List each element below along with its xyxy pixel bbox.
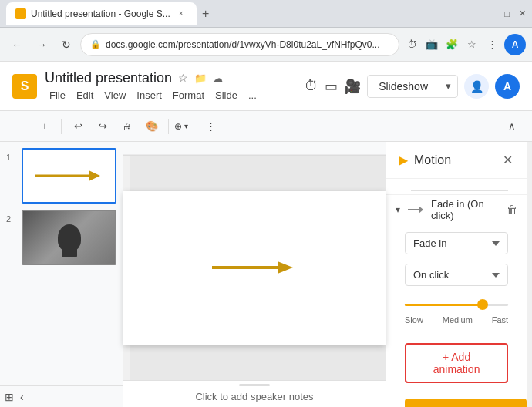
- speed-line: [405, 304, 508, 306]
- motion-panel: ▶ Motion ✕ ▾ Fade in (On click) 🗑: [386, 142, 527, 407]
- zoom-selector[interactable]: ⊕ ▾: [174, 121, 188, 132]
- collapse-toolbar-button[interactable]: ∧: [501, 116, 523, 137]
- slideshow-dropdown-button[interactable]: ▾: [439, 76, 457, 96]
- menu-format[interactable]: Format: [168, 88, 209, 103]
- slide-thumbnail-1[interactable]: 1 🔖: [6, 148, 116, 204]
- close-motion-panel-button[interactable]: ✕: [501, 151, 514, 169]
- add-animation-button[interactable]: + Add animation: [405, 343, 508, 383]
- minimize-icon[interactable]: —: [487, 9, 495, 18]
- svg-marker-1: [89, 170, 100, 181]
- history-icon[interactable]: ⏱: [402, 35, 421, 54]
- speed-fill: [405, 304, 483, 306]
- nav-bar: ← → ↻ 🔒 docs.google.com/presentation/d/1…: [0, 28, 532, 62]
- slide-number-1: 1: [6, 153, 17, 162]
- print-button[interactable]: 🖨: [116, 116, 138, 137]
- back-button[interactable]: ←: [6, 34, 28, 56]
- canvas-area: Click to add speaker notes: [123, 142, 386, 407]
- motion-panel-title: Motion: [414, 153, 495, 167]
- menu-file[interactable]: File: [45, 88, 70, 103]
- menu-view[interactable]: View: [99, 88, 130, 103]
- collapse-arrow-icon: ▾: [396, 204, 400, 215]
- cast-icon[interactable]: 📺: [423, 35, 441, 54]
- undo-button[interactable]: ↩: [67, 116, 89, 137]
- presentation-title[interactable]: Untitled presentation: [45, 70, 172, 86]
- person-add-icon: 👤: [470, 80, 483, 92]
- new-tab-button[interactable]: +: [197, 5, 215, 23]
- animation-trigger-select[interactable]: On click After previous With previous: [405, 264, 508, 286]
- window-controls: — □ ✕: [487, 8, 526, 18]
- puzzle-icon[interactable]: 🧩: [443, 35, 461, 54]
- close-icon[interactable]: ✕: [519, 8, 526, 18]
- slideshow-main-button[interactable]: Slideshow: [368, 76, 439, 97]
- section-collapse-button[interactable]: ▾ Fade in (On click) 🗑: [396, 195, 517, 227]
- canvas-scroll-area[interactable]: [123, 156, 386, 380]
- play-button[interactable]: Play: [405, 399, 527, 407]
- zoom-in-button[interactable]: +: [34, 116, 56, 137]
- browser-chrome: Untitled presentation - Google S... × + …: [0, 0, 532, 28]
- menu-dots-icon[interactable]: ⋮: [483, 35, 501, 54]
- speed-thumb[interactable]: [477, 299, 488, 310]
- header-actions: ⏱ ▭ 🎥 Slideshow ▾ 👤 A: [305, 74, 520, 99]
- extension-icons: ⏱ 📺 🧩 ☆ ⋮: [402, 35, 501, 54]
- history-button[interactable]: ⏱: [305, 78, 318, 94]
- redo-button[interactable]: ↪: [92, 116, 113, 137]
- star-icon[interactable]: ☆: [463, 35, 481, 54]
- left-panel-wrapper: 1 🔖 2: [0, 142, 123, 407]
- camera-icon[interactable]: 🎥: [344, 78, 361, 95]
- app-title-area: Untitled presentation ☆ 📁 ☁ File Edit Vi…: [45, 70, 305, 103]
- user-avatar[interactable]: A: [495, 74, 520, 99]
- slide-preview-1[interactable]: 🔖: [22, 148, 116, 204]
- browser-profile-button[interactable]: A: [504, 34, 526, 56]
- right-scrollbar[interactable]: [527, 142, 532, 407]
- url-text: docs.google.com/presentation/d/1vwxyVh-D…: [106, 39, 389, 50]
- lock-icon: 🔒: [90, 39, 101, 49]
- address-bar[interactable]: 🔒 docs.google.com/presentation/d/1vwxyVh…: [80, 33, 399, 56]
- slide-panel-bottom: ⊞ ‹: [0, 385, 123, 407]
- slide-canvas[interactable]: [123, 191, 386, 345]
- menu-insert[interactable]: Insert: [132, 88, 167, 103]
- grid-view-icon[interactable]: ⊞: [5, 391, 14, 403]
- add-animation-wrapper: + Add animation: [386, 343, 527, 383]
- menu-slide[interactable]: Slide: [210, 88, 242, 103]
- slide-preview-2[interactable]: [22, 210, 116, 265]
- zoom-chevron-icon: ▾: [184, 122, 188, 130]
- paint-format-button[interactable]: 🎨: [141, 116, 163, 137]
- speed-slow-label: Slow: [405, 315, 423, 325]
- slide-thumbnail-2[interactable]: 2: [6, 210, 116, 265]
- zoom-icon: ⊕: [174, 121, 182, 132]
- star-favorite-icon[interactable]: ☆: [178, 72, 188, 84]
- animation-type-row: Fade in Fly in from left Fly in from rig…: [396, 227, 517, 259]
- tab-close-button[interactable]: ×: [175, 8, 187, 20]
- menu-more[interactable]: ...: [244, 88, 261, 103]
- forward-button[interactable]: →: [31, 34, 52, 56]
- more-options-button[interactable]: ⋮: [200, 116, 221, 137]
- collapse-panel-icon[interactable]: ‹: [20, 391, 24, 403]
- menu-edit[interactable]: Edit: [72, 88, 98, 103]
- animation-section: ▾ Fade in (On click) 🗑 Fade in Fly in fr…: [386, 195, 527, 337]
- toolbar-separator-1: [61, 119, 62, 134]
- motion-content: ▾ Fade in (On click) 🗑 Fade in Fly in fr…: [386, 179, 527, 407]
- speed-slider-track[interactable]: [405, 297, 508, 312]
- main-area: 1 🔖 2: [0, 142, 532, 407]
- speed-medium-label: Medium: [443, 315, 473, 325]
- motion-panel-header: ▶ Motion ✕: [386, 142, 527, 179]
- browser-tab[interactable]: Untitled presentation - Google S... ×: [6, 2, 197, 25]
- app-logo: S: [12, 74, 37, 99]
- slideshow-button-group: Slideshow ▾: [367, 75, 458, 98]
- refresh-button[interactable]: ↻: [56, 34, 77, 56]
- horizontal-ruler: [123, 142, 386, 156]
- notes-input[interactable]: Click to add speaker notes: [195, 386, 313, 407]
- speed-fast-label: Fast: [492, 315, 508, 325]
- notes-section: Click to add speaker notes: [123, 380, 386, 407]
- canvas-arrow: [204, 254, 305, 281]
- zoom-out-button[interactable]: −: [9, 116, 31, 137]
- present-icon[interactable]: ▭: [325, 78, 338, 95]
- cloud-status-icon: ☁: [213, 72, 223, 84]
- slides-panel: 1 🔖 2: [0, 142, 123, 385]
- maximize-icon[interactable]: □: [504, 9, 510, 18]
- delete-animation-button[interactable]: 🗑: [507, 204, 517, 216]
- animation-type-select[interactable]: Fade in Fly in from left Fly in from rig…: [405, 232, 508, 254]
- animation-trigger-row: On click After previous With previous: [396, 259, 517, 291]
- move-to-drive-icon[interactable]: 📁: [194, 72, 207, 84]
- add-collaborator-button[interactable]: 👤: [464, 74, 489, 99]
